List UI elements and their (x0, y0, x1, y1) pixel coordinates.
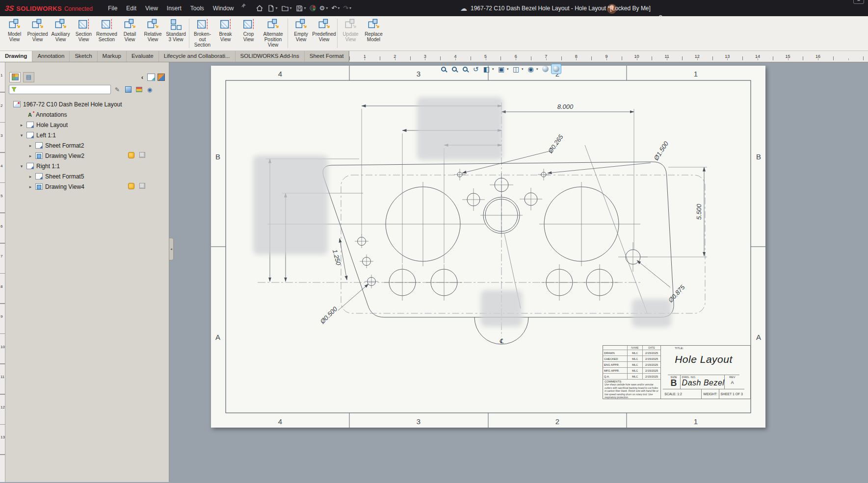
menu-tools[interactable]: Tools (186, 3, 209, 14)
ribbon-button-label: Replace Model (365, 31, 383, 42)
chevron-down-icon[interactable]: ▾ (507, 67, 510, 71)
tree-item-drawing-view4[interactable]: ▸ Drawing View4 (6, 181, 169, 192)
expand-arrow[interactable]: ▾ (19, 164, 24, 169)
ribbon-break-view-button[interactable]: Break View (214, 18, 237, 43)
ruler-mark: 2 (380, 51, 410, 62)
tab-sheet-format[interactable]: Sheet Format (305, 51, 349, 62)
ribbon-crop-view-button[interactable]: Crop View (237, 18, 260, 43)
chevron-down-icon[interactable]: ▾ (326, 6, 328, 10)
section-view-icon[interactable]: ◧ (481, 64, 492, 74)
tab-sketch[interactable]: Sketch (70, 51, 97, 62)
collapse-panel-icon[interactable]: ‹ (140, 74, 145, 81)
expand-arrow[interactable]: ▸ (28, 174, 33, 179)
ribbon-button-label: Projected View (27, 31, 48, 42)
chevron-down-icon[interactable]: ▾ (349, 6, 351, 10)
tab-evaluate[interactable]: Evaluate (127, 51, 159, 62)
tree-item-sheet-format2[interactable]: ▸ Sheet Format2 (6, 140, 169, 151)
expand-arrow[interactable]: ▸ (28, 184, 33, 189)
help-icon[interactable]: ? (658, 14, 662, 21)
chevron-down-icon[interactable]: ▾ (304, 6, 306, 10)
filter-input[interactable] (19, 87, 108, 93)
edit-appearance-icon[interactable] (540, 64, 551, 74)
undo-button[interactable]: ↶▾ (330, 4, 341, 12)
tree-item-hole-layout[interactable]: ▸ Hole Layout (6, 120, 169, 130)
launcher-icon[interactable]: » (853, 0, 864, 4)
chevron-down-icon[interactable]: ▾ (522, 67, 525, 71)
feature-manager-tab[interactable] (9, 72, 21, 82)
hide-show-items-icon[interactable]: ◉ (526, 64, 536, 74)
expand-arrow[interactable]: ▾ (19, 133, 24, 138)
tab-drawing[interactable]: Drawing (0, 51, 32, 62)
zoom-in-out-icon[interactable] (460, 64, 470, 74)
ribbon-standard-3-view-button[interactable]: Standard 3 View (164, 18, 187, 43)
ribbon-predefined-view-button[interactable]: Predefined View (313, 18, 336, 43)
expand-arrow[interactable]: ▸ (28, 153, 33, 158)
tree-item-label: Drawing View2 (45, 153, 84, 159)
ribbon-section-view-button[interactable]: Section View (72, 18, 95, 43)
display-manager-tab[interactable]: ▤ (23, 72, 34, 82)
graphics-area[interactable]: ↺ ◧ ▾ ▣ ▾ ◫ ▾ ◉ ▾ (169, 62, 868, 482)
redo-button[interactable]: ↷▾ (342, 4, 353, 12)
tab-lifecycle-collaboration[interactable]: Lifecycle and Collaborati... (159, 51, 236, 62)
sheet-properties-icon[interactable] (147, 74, 155, 81)
panel-collapse-handle[interactable]: ◂ (169, 238, 174, 260)
ribbon-relative-view-button[interactable]: Relative View (141, 18, 164, 43)
view-settings-icon[interactable] (551, 64, 561, 74)
display-style-icon[interactable]: ◫ (511, 64, 521, 74)
open-document-button[interactable]: ▾ (280, 3, 293, 13)
expand-arrow[interactable]: ▸ (28, 143, 33, 148)
zoom-area-icon[interactable] (449, 64, 459, 74)
menu-insert[interactable]: Insert (162, 3, 186, 14)
new-document-button[interactable]: ▾ (265, 3, 279, 13)
ribbon-replace-model-button[interactable]: Replace Model (362, 18, 385, 43)
layers-icon[interactable] (134, 85, 143, 94)
previous-view-icon[interactable]: ↺ (471, 64, 481, 74)
ruler-mark: 1 (0, 73, 2, 77)
chevron-down-icon[interactable]: ▾ (290, 6, 292, 10)
chevron-down-icon[interactable]: ▾ (536, 67, 540, 71)
tree-item-left-sheet[interactable]: ▾ Left 1:1 (6, 130, 169, 140)
ribbon-projected-view-button[interactable]: Projected View (26, 18, 49, 43)
chevron-down-icon[interactable]: ▾ (338, 6, 340, 10)
menu-file[interactable]: File (104, 3, 122, 14)
tree-item-right-sheet[interactable]: ▾ Right 1:1 (6, 161, 169, 171)
feature-tree-icon (12, 74, 19, 80)
tree-item-sheet-format5[interactable]: ▸ Sheet Format5 (6, 171, 169, 181)
home-button[interactable] (254, 3, 265, 13)
ribbon-model-view-button[interactable]: Model View (3, 18, 26, 43)
menu-edit[interactable]: Edit (122, 3, 141, 14)
ribbon-removed-section-button[interactable]: Removed Section (95, 18, 118, 43)
model-browser-icon[interactable] (158, 74, 165, 81)
zone-label: 1 (694, 417, 698, 426)
chevron-down-icon[interactable]: ▾ (276, 6, 278, 10)
relative-view-icon (147, 18, 159, 31)
expand-arrow[interactable]: ▸ (19, 123, 24, 127)
ribbon-auxiliary-view-button[interactable]: Auxiliary View (49, 18, 72, 43)
tree-root-item[interactable]: 1967-72 C10 Dash Bezel Hole Layout (6, 99, 169, 109)
ribbon-button-label: Relative View (144, 31, 161, 42)
tab-markup[interactable]: Markup (98, 51, 127, 62)
view-orientation-icon[interactable]: ▣ (496, 64, 506, 74)
visibility-eye-icon[interactable]: ◉ (145, 85, 154, 94)
crop-view-icon (242, 18, 255, 31)
save-button[interactable]: ▾ (294, 3, 308, 13)
pin-menu-icon[interactable] (240, 3, 246, 14)
ribbon-empty-view-button[interactable]: Empty View (289, 18, 313, 43)
transparency-cube-icon[interactable] (124, 85, 132, 94)
ribbon-detail-view-button[interactable]: Detail View (118, 18, 141, 43)
tree-item-annotations[interactable]: A Annotations (6, 109, 169, 120)
drawing-sheet[interactable]: 4 3 2 1 4 3 2 1 B A B A (211, 66, 765, 428)
ribbon-alternate-position-view-button[interactable]: Alternate Position View (260, 18, 286, 49)
zoom-fit-icon[interactable] (438, 64, 448, 74)
tab-annotation[interactable]: Annotation (32, 51, 70, 62)
chevron-down-icon[interactable]: ▾ (492, 67, 496, 71)
tree-item-drawing-view2[interactable]: ▸ Drawing View2 (6, 151, 169, 161)
connection-status-icon[interactable] (308, 4, 317, 12)
ribbon-broken-out-section-button[interactable]: Broken-out Section (191, 18, 214, 49)
settings-button[interactable]: ⚙▾ (318, 4, 330, 12)
menu-view[interactable]: View (141, 3, 162, 14)
zone-label: 2 (555, 417, 559, 426)
menu-window[interactable]: Window (209, 3, 238, 14)
sketch-pencil-icon[interactable]: ✎ (113, 85, 122, 94)
tab-solidworks-add-ins[interactable]: SOLIDWORKS Add-Ins (236, 51, 305, 62)
